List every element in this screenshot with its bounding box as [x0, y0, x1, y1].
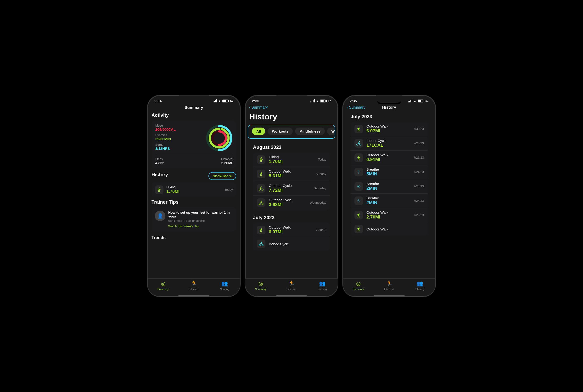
battery-percent-2: 57 — [328, 99, 331, 103]
tab-summary-3[interactable]: ◎ Summary — [343, 280, 374, 290]
workout-info-hiking: Hiking 1.70MI — [166, 185, 224, 194]
back-chevron-3: ‹ — [347, 105, 348, 110]
steps-distance-row: Steps 4,355 Distance 2.26MI — [155, 155, 232, 165]
filter-tabs-2: All Workouts Mindfulness W — [248, 125, 335, 139]
jul3-item-3[interactable]: Breathe 5MIN 7/24/23 — [350, 165, 428, 179]
aug-name-0: Hiking — [269, 155, 318, 159]
svg-point-8 — [262, 188, 263, 190]
nav-title-3: History — [382, 105, 396, 110]
filter-tab-workouts[interactable]: Workouts — [268, 128, 293, 135]
exercise-label: Exercise — [155, 133, 206, 137]
distance-value: 2.26MI — [221, 161, 232, 165]
tab-summary-2[interactable]: ◎ Summary — [245, 280, 276, 290]
scroll-content-3[interactable]: July 2023 Outdoor Walk 6.07MI 7/30/23 — [343, 112, 435, 278]
fitness-tab-icon-1: 🏃 — [191, 280, 197, 287]
aug-item-1[interactable]: Outdoor Walk 5.61MI Sunday — [253, 167, 330, 181]
svg-point-9 — [261, 186, 262, 187]
jul3-icon-5 — [354, 196, 363, 205]
tips-card[interactable]: 👤 How to set up your feet for warrior 1 … — [152, 207, 236, 232]
back-label-3: Summary — [349, 105, 365, 110]
jul3-value-4: 2MIN — [366, 186, 414, 191]
scroll-content-2[interactable]: August 2023 Hiking 1.70MI Today — [245, 143, 338, 278]
jul2-item-1[interactable]: Indoor Cycle — [253, 237, 330, 250]
svg-point-21 — [358, 173, 359, 174]
jul3-item-6[interactable]: Outdoor Walk 2.70MI 7/23/23 — [350, 208, 428, 222]
tab-fitness-1[interactable]: 🏃 Fitness+ — [178, 280, 210, 290]
tab-fitness-2[interactable]: 🏃 Fitness+ — [276, 280, 307, 290]
hiking-icon — [155, 186, 164, 194]
status-icons-3: ▲ 57 — [408, 99, 429, 103]
show-more-button[interactable]: Show More — [208, 172, 236, 180]
aug-item-2[interactable]: Outdoor Cycle 7.72MI Saturday — [253, 181, 330, 196]
scroll-content-1[interactable]: Activity Move 209/500CAL Exercise 32/30M… — [148, 112, 240, 278]
jul2-name-0: Outdoor Walk — [269, 225, 316, 229]
svg-point-40 — [357, 200, 358, 201]
sharing-tab-label-3: Sharing — [416, 288, 424, 290]
back-button-2[interactable]: ‹ Summary — [249, 105, 268, 110]
jul3-item-0[interactable]: Outdoor Walk 6.07MI 7/30/23 — [350, 122, 428, 136]
activity-row: Move 209/500CAL Exercise 32/30MIN Stand … — [155, 124, 232, 152]
jul3-item-2[interactable]: Outdoor Walk 0.91MI 7/25/23 — [350, 150, 428, 165]
aug-item-3[interactable]: Outdoor Cycle 3.63MI Wednesday — [253, 196, 330, 210]
jul3-name-5: Breathe — [366, 196, 414, 200]
sharing-tab-label-1: Sharing — [220, 288, 229, 290]
jul3-name-3: Breathe — [366, 167, 414, 171]
svg-point-10 — [259, 203, 260, 204]
jul3-item-7[interactable]: Outdoor Walk — [350, 222, 428, 236]
exercise-stat: Exercise 32/30MIN — [155, 133, 206, 141]
status-icons-2: ▲ 57 — [310, 99, 331, 103]
july-section-2: Outdoor Walk 6.07MI 7/30/23 Indoor Cycle — [253, 223, 330, 250]
filter-tab-mindfulness[interactable]: Mindfulness — [295, 128, 325, 135]
jul2-item-0[interactable]: Outdoor Walk 6.07MI 7/30/23 — [253, 223, 330, 237]
tip-link[interactable]: Watch this Week's Tip — [168, 224, 233, 228]
jul3-info-0: Outdoor Walk 6.07MI — [366, 124, 414, 134]
jul3-item-1[interactable]: Indoor Cycle 171CAL 7/25/23 — [350, 136, 428, 150]
svg-point-38 — [358, 199, 359, 200]
jul3-info-7: Outdoor Walk — [366, 227, 424, 231]
jul3-date-3: 7/24/23 — [414, 170, 424, 174]
jul3-date-4: 7/24/23 — [414, 184, 424, 188]
svg-point-35 — [358, 187, 358, 188]
sharing-tab-icon-3: 👥 — [417, 280, 423, 287]
aug-name-2: Outdoor Cycle — [269, 184, 314, 188]
jul3-name-0: Outdoor Walk — [366, 124, 414, 128]
tab-summary-1[interactable]: ◎ Summary — [148, 280, 178, 290]
jul3-item-4[interactable]: Breathe 2MIN 7/24/23 — [350, 179, 428, 194]
svg-point-31 — [357, 186, 358, 187]
home-indicator-2 — [245, 295, 338, 296]
svg-point-25 — [359, 171, 360, 171]
svg-point-11 — [262, 203, 263, 204]
tab-sharing-3[interactable]: 👥 Sharing — [404, 280, 435, 290]
sharing-tab-icon-2: 👥 — [319, 280, 326, 287]
jul3-name-7: Outdoor Walk — [366, 227, 424, 231]
filter-tab-all[interactable]: All — [252, 128, 265, 135]
summary-tab-icon-2: ◎ — [258, 280, 263, 287]
jul3-date-0: 7/30/23 — [414, 127, 424, 131]
filter-tab-w[interactable]: W — [327, 128, 335, 135]
jul3-item-5[interactable]: Breathe 2MIN 7/24/23 — [350, 194, 428, 208]
steps-value: 4,355 — [155, 161, 164, 165]
nav-bar-2: ‹ Summary — [245, 104, 338, 112]
stand-label: Stand — [155, 143, 206, 146]
svg-point-19 — [358, 172, 359, 172]
aug-item-0[interactable]: Hiking 1.70MI Today — [253, 152, 330, 167]
aug-date-2: Saturday — [314, 186, 326, 190]
status-time-2: 2:35 — [252, 99, 259, 103]
svg-point-45 — [359, 201, 360, 202]
summary-tab-icon-3: ◎ — [356, 280, 361, 287]
activity-section-title: Activity — [152, 112, 236, 118]
tip-avatar: 👤 — [155, 210, 165, 221]
tip-text: How to set up your feet for warrior 1 in… — [168, 210, 233, 218]
july-section-3: Outdoor Walk 6.07MI 7/30/23 Indoor Cycle… — [350, 122, 428, 236]
back-button-3[interactable]: ‹ Summary — [347, 105, 366, 110]
distance-metric: Distance 2.26MI — [221, 158, 232, 165]
tab-sharing-2[interactable]: 👥 Sharing — [307, 280, 338, 290]
tab-fitness-3[interactable]: 🏃 Fitness+ — [374, 280, 405, 290]
jul3-name-6: Outdoor Walk — [366, 210, 414, 214]
tab-sharing-1[interactable]: 👥 Sharing — [209, 280, 240, 290]
svg-point-42 — [358, 200, 358, 200]
jul3-value-6: 2.70MI — [366, 214, 414, 220]
history-item-hiking[interactable]: Hiking 1.70MI Today — [152, 182, 236, 197]
svg-point-16 — [356, 144, 358, 145]
aug-value-2: 7.72MI — [269, 188, 314, 193]
